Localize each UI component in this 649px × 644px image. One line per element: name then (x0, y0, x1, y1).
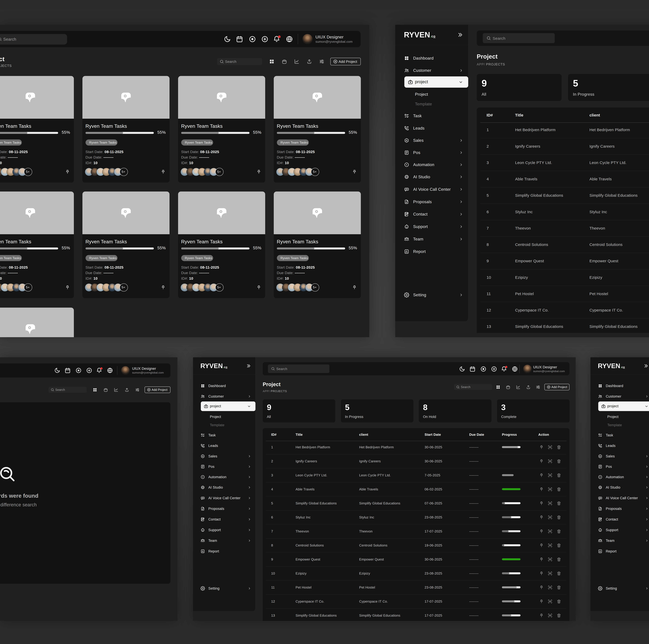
svg-text:AI: AI (599, 487, 601, 488)
svg-text:AI: AI (202, 487, 203, 488)
svg-text:AI: AI (406, 176, 407, 178)
